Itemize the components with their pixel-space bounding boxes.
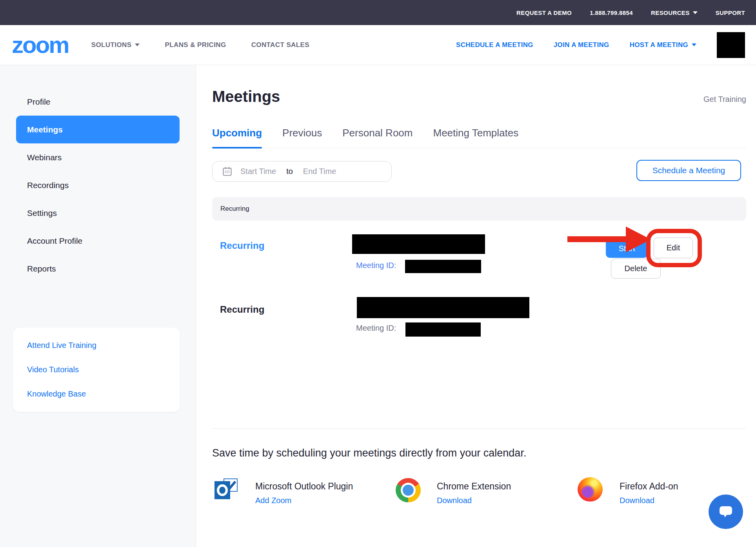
nav-solutions[interactable]: SOLUTIONS [91,41,140,49]
primary-nav: SOLUTIONS PLANS & PRICING CONTACT SALES [91,41,309,49]
schedule-a-meeting-link[interactable]: SCHEDULE A MEETING [456,41,533,49]
tab-upcoming[interactable]: Upcoming [212,127,262,139]
top-utility-bar: REQUEST A DEMO 1.888.799.8854 RESOURCES … [0,0,756,25]
join-a-meeting-link[interactable]: JOIN A MEETING [554,41,609,49]
redacted-meeting-title [357,297,529,318]
avatar[interactable] [717,32,745,58]
annotation-arrow-head [626,226,651,252]
resources-menu[interactable]: RESOURCES [651,9,698,16]
filter-to-label: to [286,167,293,176]
recurring-section-header: Recurring [212,197,746,221]
nav-contact-sales[interactable]: CONTACT SALES [251,41,309,49]
sidebar-item-account-profile[interactable]: Account Profile [0,227,196,255]
video-tutorials-link[interactable]: Video Tutorials [13,357,180,382]
redacted-meeting-id [405,322,481,337]
site-header: zoom SOLUTIONS PLANS & PRICING CONTACT S… [0,25,756,65]
firefox-icon [578,477,603,502]
knowledge-base-link[interactable]: Knowledge Base [13,382,180,406]
recurring-section-label: Recurring [220,205,249,213]
sidebar-item-reports[interactable]: Reports [0,255,196,283]
sidebar-item-recordings[interactable]: Recordings [0,171,196,199]
schedule-a-meeting-button[interactable]: Schedule a Meeting [636,160,741,181]
resources-label: RESOURCES [651,9,690,16]
chevron-down-icon [692,43,696,46]
sidebar-item-meetings[interactable]: Meetings [16,116,180,143]
meetings-tabs: Upcoming Previous Personal Room Meeting … [212,127,746,148]
account-nav: SCHEDULE A MEETING JOIN A MEETING HOST A… [456,32,748,58]
page-title: Meetings [212,88,280,105]
annotation-highlight-ring [646,229,702,267]
get-training-link[interactable]: Get Training [703,95,746,104]
outlook-icon [214,478,239,502]
sidebar-nav: Profile Meetings Webinars Recordings Set… [0,65,196,283]
sidebar-item-profile[interactable]: Profile [0,88,196,116]
zoom-logo[interactable]: zoom [12,33,69,57]
meeting-id-label: Meeting ID: [356,324,396,333]
help-links-list: Attend Live Training Video Tutorials Kno… [13,328,180,406]
redacted-meeting-title [352,234,485,254]
zoom-web-portal: REQUEST A DEMO 1.888.799.8854 RESOURCES … [0,0,756,547]
tab-meeting-templates[interactable]: Meeting Templates [433,127,518,139]
outlook-add-zoom-link[interactable]: Add Zoom [255,496,291,505]
date-range-filter[interactable]: Start Time to End Time [212,161,392,182]
chat-bubble-icon [719,505,733,518]
footer-divider [212,428,746,429]
save-time-text: Save time by scheduling your meetings di… [212,447,526,459]
sidebar-item-webinars[interactable]: Webinars [0,143,196,171]
sidebar-item-settings[interactable]: Settings [0,199,196,227]
chevron-down-icon [693,11,698,14]
host-meeting-label: HOST A MEETING [630,41,688,49]
end-time-placeholder[interactable]: End Time [303,167,336,176]
support-link[interactable]: SUPPORT [716,9,745,16]
outlook-plugin-title: Microsoft Outlook Plugin [255,481,353,492]
request-demo-link[interactable]: REQUEST A DEMO [516,9,572,16]
calendar-icon [222,166,233,177]
chrome-download-link[interactable]: Download [437,496,472,505]
meeting-topic-link[interactable]: Recurring [220,240,264,251]
sidebar: Profile Meetings Webinars Recordings Set… [0,65,196,547]
start-time-placeholder[interactable]: Start Time [240,167,276,176]
help-links-card: Attend Live Training Video Tutorials Kno… [13,328,180,412]
main-content: Meetings Get Training Upcoming Previous … [196,65,756,547]
meeting-id-label: Meeting ID: [356,261,396,270]
solutions-label: SOLUTIONS [91,41,132,49]
tab-personal-room[interactable]: Personal Room [342,127,413,139]
meeting-topic: Recurring [220,304,264,315]
annotation-arrow [567,236,629,242]
tab-previous[interactable]: Previous [282,127,322,139]
chat-help-button[interactable] [709,494,743,529]
firefox-addon-title: Firefox Add-on [620,481,678,492]
attend-live-training-link[interactable]: Attend Live Training [13,333,180,357]
chrome-icon [396,478,421,502]
redacted-meeting-id [405,260,481,273]
nav-plans-pricing[interactable]: PLANS & PRICING [165,41,226,49]
host-a-meeting-menu[interactable]: HOST A MEETING [630,41,696,49]
chevron-down-icon [135,43,140,46]
phone-number-link[interactable]: 1.888.799.8854 [590,9,633,16]
chrome-extension-title: Chrome Extension [437,481,511,492]
firefox-download-link[interactable]: Download [620,496,654,505]
